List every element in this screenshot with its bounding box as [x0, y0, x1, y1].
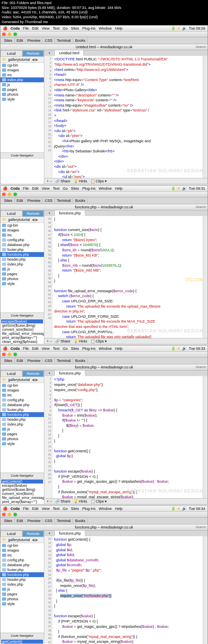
- tab-terminal[interactable]: Terminal: [55, 38, 73, 43]
- window-controls: [0, 32, 208, 37]
- menu-text[interactable]: Text: [53, 26, 60, 30]
- editor[interactable]: 1 2 3 4 5 6 7 8 9 10 11 12 13 14 15 16 1…: [44, 56, 208, 178]
- editor-pane-3: 🍎CodaFileEditViewTextGoSitesPlug-insWind…: [0, 345, 208, 505]
- window-title: Untitled.html – 4mediadesign.co.ukSearch: [0, 44, 208, 50]
- list-item[interactable]: photos: [0, 92, 44, 97]
- list-item[interactable]: pages: [0, 87, 44, 92]
- scrollbar[interactable]: [203, 56, 208, 178]
- menubar: 🍎 Coda File Edit View Text Go Sites Plug…: [0, 26, 208, 32]
- menu-window[interactable]: Window: [99, 26, 112, 30]
- folder-icon: 📁: [2, 58, 6, 62]
- menu-coda[interactable]: Coda: [11, 26, 20, 30]
- mode-tabs: Sites Edit Preview CSS Terminal Books: [0, 37, 208, 44]
- menu-edit[interactable]: Edit: [32, 26, 39, 30]
- editor[interactable]: 43 44 45 46 47 48 49 50 51 52 53 54 55 5…: [44, 216, 208, 338]
- editor-pane-1: 🍎 Coda File Edit View Text Go Sites Plug…: [0, 25, 208, 184]
- menu-help[interactable]: Help: [115, 26, 123, 30]
- file-list: cgi-bin images inc index.php js pages ph…: [0, 63, 44, 152]
- tab-books[interactable]: Books: [73, 38, 88, 43]
- tab-css[interactable]: CSS: [43, 38, 55, 43]
- editor-pane-2: 🍎CodaFileEditViewTextGoSitesPlug-insWind…: [0, 185, 208, 344]
- add-tab[interactable]: +: [44, 50, 55, 56]
- menu-sites[interactable]: Sites: [71, 26, 79, 30]
- list-item[interactable]: index.php: [0, 77, 44, 82]
- clock: Tue 09:29: [189, 26, 205, 30]
- status-icons: 🔋 ⚡ 🔊: [171, 26, 186, 30]
- list-item[interactable]: js: [0, 82, 44, 87]
- menu-go[interactable]: Go: [63, 26, 67, 30]
- editor[interactable]: 1 2 3 4 5 6 7 8 9 10 11 12 13 14 15 16 1…: [44, 376, 208, 498]
- list-item[interactable]: inc: [0, 73, 44, 77]
- video-info-header: File: 001 Folders and files.mp4 Size: 10…: [0, 0, 208, 25]
- tab-edit[interactable]: Edit: [15, 38, 26, 43]
- path-bar[interactable]: 📁gallerytutorial◀ ▶: [0, 57, 44, 63]
- apple-icon[interactable]: 🍎: [3, 26, 7, 30]
- editor[interactable]: 15 16 17 18 19 20 21 22 23 24 25 26 27 2…: [44, 536, 208, 644]
- watermark: SEBASTIAN SULINSKI DESIGN: [127, 168, 204, 174]
- min-icon[interactable]: [8, 32, 11, 36]
- list-item[interactable]: cgi-bin: [0, 63, 44, 68]
- file-tab[interactable]: Untitled.html: [55, 50, 84, 56]
- list-item[interactable]: style: [0, 97, 44, 102]
- sidebar: LocalRemote 📁gallerytutorial◀ ▶ cgi-bin …: [0, 50, 44, 184]
- loc-remote[interactable]: Remote: [22, 50, 44, 57]
- list-item[interactable]: images: [0, 68, 44, 73]
- loc-local[interactable]: Local: [0, 50, 22, 57]
- tab-preview[interactable]: Preview: [26, 38, 43, 43]
- search-input[interactable]: Search: [196, 45, 206, 49]
- menu-file[interactable]: File: [23, 26, 29, 30]
- menu-plugins[interactable]: Plug-ins: [82, 26, 95, 30]
- code-navigator-label: Code Navigator: [0, 152, 44, 158]
- code-navigator: [0, 158, 44, 184]
- statusbar: + −🔗 Share💡 Hints📋 Clips ▾: [44, 178, 208, 184]
- tab-sites[interactable]: Sites: [2, 38, 15, 43]
- menu-view[interactable]: View: [42, 26, 50, 30]
- max-icon[interactable]: [13, 32, 17, 36]
- close-icon[interactable]: [2, 32, 6, 36]
- editor-pane-4: 🍎CodaFileEditViewTextGoSitesPlug-insWind…: [0, 505, 208, 644]
